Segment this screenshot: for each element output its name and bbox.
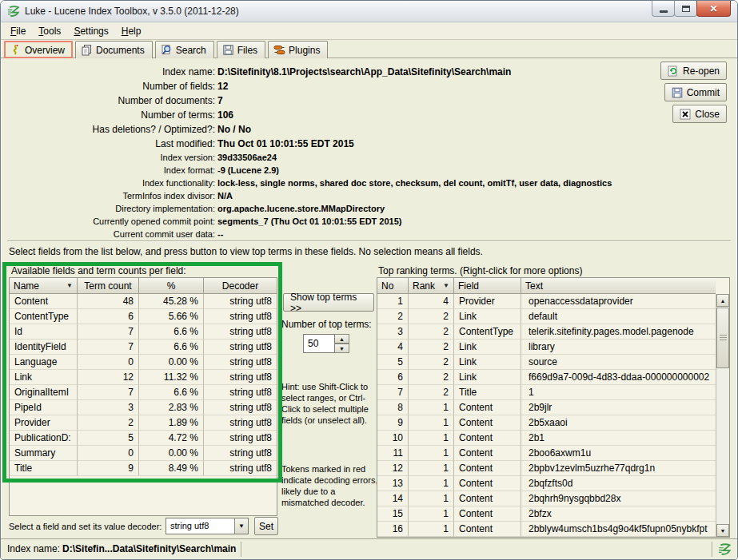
scrollbar-thumb[interactable] <box>716 308 729 368</box>
term-row[interactable]: 6 2 Link f669d9a7-009d-4d83-ddaa-0000000… <box>377 370 729 385</box>
maximize-button[interactable] <box>674 1 697 17</box>
field-row[interactable]: Id 7 6.6 % string utf8 <box>10 324 277 340</box>
term-row[interactable]: 16 1 Content 2bblyw4umsch1bs4g9o4kf5fupn… <box>377 522 729 537</box>
combo-dropdown-button[interactable]: ▼ <box>234 518 248 534</box>
overview-icon <box>10 44 22 56</box>
info-value: segments_7 (Thu Oct 01 10:01:55 EDT 2015… <box>215 215 401 228</box>
close-index-button[interactable]: Close <box>672 105 727 123</box>
scroll-up-button[interactable]: ▲ <box>716 294 729 307</box>
field-row[interactable]: Language 0 0.00 % string utf8 <box>10 355 277 370</box>
spinner-up-button[interactable]: ▲ <box>335 334 349 344</box>
menu-help[interactable]: Help <box>115 24 148 38</box>
show-top-terms-button[interactable]: Show top terms >> <box>283 293 374 312</box>
col-header-text[interactable]: Text <box>521 278 716 294</box>
term-row[interactable]: 8 1 Content 2b9jlr <box>377 400 729 415</box>
term-row[interactable]: 12 1 Content 2bpbv1zevlm5uzrhe77qdrg1n <box>377 461 729 476</box>
col-header-name[interactable]: Name▼ <box>10 278 78 294</box>
arrow-up-icon: ▲ <box>720 298 726 304</box>
term-row[interactable]: 14 1 Content 2bqhrh9nysgqbbd28x <box>377 491 729 506</box>
menu-bar: File Tools Settings Help <box>1 23 737 40</box>
term-row[interactable]: 7 2 Title 1 <box>377 385 729 400</box>
rank-cell: 1 <box>409 446 454 461</box>
col-header-field[interactable]: Field <box>454 278 521 294</box>
minimize-icon <box>660 10 668 13</box>
tab-label: Overview <box>25 45 65 56</box>
term-row[interactable]: 13 1 Content 2bqfzfts0d <box>377 476 729 491</box>
decoder-combobox[interactable]: string utf8 ▼ <box>166 518 249 534</box>
field-row[interactable]: Summary 0 0.00 % string utf8 <box>10 446 277 461</box>
field-row[interactable]: PublicationD: 5 4.72 % string utf8 <box>10 431 277 446</box>
field-name-cell: Content <box>10 294 78 309</box>
arrow-down-icon: ▼ <box>339 346 345 351</box>
field-row[interactable]: IdentityField 7 6.6 % string utf8 <box>10 340 277 355</box>
field-row[interactable]: Content 48 45.28 % string utf8 <box>10 294 277 309</box>
spinner-down-button[interactable]: ▼ <box>335 344 349 353</box>
tab-files[interactable]: Files <box>217 41 265 58</box>
fields-panel-title: Available fields and term counts per fie… <box>11 265 186 276</box>
term-field-cell: Content <box>454 506 521 522</box>
field-row[interactable]: Title 9 8.49 % string utf8 <box>10 461 277 476</box>
menu-tools[interactable]: Tools <box>32 24 67 38</box>
term-row[interactable]: 1 4 Provider openaccessdataprovider <box>377 294 729 309</box>
index-info: Index name: D:\Sitefinity\8.1\Projects\s… <box>9 65 612 240</box>
col-header-no[interactable]: No <box>377 278 409 294</box>
col-header-term-count[interactable]: Term count <box>78 278 139 294</box>
spinner-value-field[interactable]: 50 <box>303 334 335 353</box>
field-row[interactable]: Link 12 11.32 % string utf8 <box>10 370 277 385</box>
commit-button[interactable]: Commit <box>664 83 727 101</box>
field-row[interactable]: PipeId 3 2.83 % string utf8 <box>10 400 277 415</box>
term-field-cell: Link <box>454 355 521 370</box>
rank-cell: 2 <box>409 355 454 370</box>
luke-logo-icon <box>718 542 732 557</box>
tab-plugins[interactable]: Plugins <box>268 41 328 58</box>
term-row[interactable]: 10 1 Content 2b1 <box>377 431 729 446</box>
field-name-cell: PipeId <box>10 400 78 415</box>
term-field-cell: ContentType <box>454 324 521 340</box>
term-row[interactable]: 5 2 Link source <box>377 355 729 370</box>
tab-overview[interactable]: Overview <box>4 41 73 58</box>
thumb-grip-icon <box>720 335 727 341</box>
menu-file[interactable]: File <box>4 24 32 38</box>
term-row[interactable]: 2 2 Link default <box>377 309 729 324</box>
terms-panel-title: Top ranking terms. (Right-click for more… <box>378 265 582 276</box>
term-field-cell: Content <box>454 400 521 415</box>
field-row[interactable]: ContentType 6 5.66 % string utf8 <box>10 309 277 324</box>
no-cell: 6 <box>377 370 409 385</box>
status-separator <box>712 542 713 557</box>
decoder-combo-value: string utf8 <box>166 518 234 534</box>
tab-label: Documents <box>96 45 145 56</box>
term-field-cell: Content <box>454 461 521 476</box>
col-header-percent[interactable]: % <box>139 278 204 294</box>
term-row[interactable]: 11 1 Content 2boo6axwm1u <box>377 446 729 461</box>
info-value: -9 (Lucene 2.9) <box>215 164 279 177</box>
set-decoder-button[interactable]: Set <box>254 517 278 535</box>
close-x-icon <box>680 109 691 120</box>
col-header-rank[interactable]: Rank▼ <box>409 278 454 294</box>
info-label: Currently opened commit point: <box>9 215 215 228</box>
menu-settings[interactable]: Settings <box>67 24 114 38</box>
term-row[interactable]: 15 1 Content 2bfzx <box>377 506 729 522</box>
percent-cell: 1.89 % <box>139 415 204 431</box>
tab-documents[interactable]: Documents <box>75 41 153 58</box>
info-value: No / No <box>215 122 251 137</box>
app-window: Luke - Lucene Index Toolbox, v 3.5.0 (20… <box>0 0 738 560</box>
percent-cell: 0.00 % <box>139 355 204 370</box>
field-row[interactable]: OriginalItemI 7 6.6 % string utf8 <box>10 385 277 400</box>
minimize-button[interactable] <box>652 1 675 17</box>
tab-search[interactable]: Search <box>155 41 214 58</box>
term-row[interactable]: 9 1 Content 2b5xaaoi <box>377 415 729 431</box>
fields-table-header: Name▼ Term count % Decoder <box>10 278 277 294</box>
info-label: Has deletions? / Optimized?: <box>9 122 215 137</box>
term-row[interactable]: 4 2 Link library <box>377 340 729 355</box>
terms-scrollbar[interactable]: ▲ ▼ <box>716 294 729 537</box>
reopen-button[interactable]: Re-open <box>660 62 727 80</box>
status-separator <box>241 542 242 557</box>
term-row[interactable]: 3 2 ContentType telerik.sitefinity.pages… <box>377 324 729 340</box>
col-header-decoder[interactable]: Decoder <box>204 278 277 294</box>
scroll-down-button[interactable]: ▼ <box>716 524 729 537</box>
term-count-cell: 48 <box>78 294 139 309</box>
term-field-cell: Link <box>454 370 521 385</box>
info-row: Directory implementation: org.apache.luc… <box>9 202 612 215</box>
close-window-button[interactable]: ✕ <box>696 1 731 17</box>
field-row[interactable]: Provider 2 1.89 % string utf8 <box>10 415 277 431</box>
